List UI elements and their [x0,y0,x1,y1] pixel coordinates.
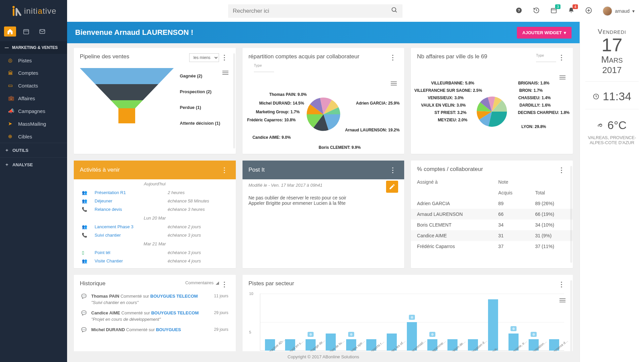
history-row[interactable]: 💬 Candice AIME Commenté sur BOUYGUES TEL… [74,308,236,324]
widget-villes: Nb affaires par ville ds le 69 Type ⋮ [411,48,573,154]
send-icon: ➤ [8,121,14,127]
svg-text:?: ? [518,8,520,12]
sidebar-item-cibles[interactable]: ⊕Cibles [0,130,67,143]
crosshair-icon: ⊕ [8,133,14,139]
history-row[interactable]: 💬 Thomas PAIN Commenté sur BOUYGUES TELE… [74,291,236,308]
home-icon[interactable] [4,26,16,37]
postit-text: Ne pas oublier de réserver le resto pour… [249,195,398,200]
svg-point-1 [392,8,396,12]
widget-menu-icon[interactable]: ⋮ [219,53,230,61]
brand-logo[interactable]: initiative [0,0,67,22]
pencil-icon [389,183,395,190]
widget-title: Nb affaires par ville ds le 69 [417,53,532,60]
history-row[interactable]: 💬 Michel DURAND Commenté sur BOUYGUES 29… [74,324,236,338]
meeting-icon: 👥 [82,198,89,203]
activity-row[interactable]: 📞Relance deviséchéance 3 heures [74,205,236,214]
activity-row[interactable]: 👥Visite Chantieréchéance 4 jours [74,257,236,268]
scrollbar[interactable] [570,166,572,263]
dashboard: Pipeline des ventes les miens ⋮ Gagnée (… [67,43,580,351]
history-icon[interactable] [533,7,540,15]
activity-row[interactable]: 👥Déjeuneréchéance 58 Minutes [74,197,236,205]
activity-row[interactable]: 👥Présentation R12 heures [74,188,236,197]
calendar-icon[interactable]: 3 [550,7,557,15]
temperature: 6°C [580,119,644,132]
activity-row[interactable]: ▯Point téléchéance 3 jours [74,248,236,257]
widget-menu-icon[interactable]: ⋮ [219,166,230,174]
search-box[interactable] [228,4,402,18]
search-icon[interactable] [391,7,398,15]
megaphone-icon: 📣 [8,108,14,114]
svg-marker-15 [80,68,174,84]
repartition-pie: Adrien GARCIA: 25.9% Arnaud LAURENSON: 1… [246,81,401,148]
sidebar-item-contacts[interactable]: ▭Contacts [0,79,67,92]
widget-title: répartition comptes acquis par collabora… [249,53,388,60]
widget-title: Pipeline des ventes [80,53,189,60]
clock-icon [593,93,599,100]
edit-button[interactable] [386,181,398,193]
user-menu[interactable]: arnaud ▾ [603,6,635,16]
mail-nav-icon[interactable] [36,26,48,37]
search-input[interactable] [233,8,391,14]
comments-filter[interactable]: Commentaires◢ [185,280,219,285]
topbar: initiative ? 3 4 arnaud ▾ [0,0,644,22]
sidebar-item-campagnes[interactable]: 📣Campagnes [0,105,67,117]
funnel-label: Prospection (2) [180,84,230,100]
funnel-chart [80,68,174,128]
sidebar-section-marketing[interactable]: —MARKETING & VENTES [0,41,67,54]
widget-historique: Historique Commentaires◢ ⋮ 💬 Thomas PAIN… [74,275,236,351]
mobile-icon: ▯ [82,250,89,255]
add-widget-button[interactable]: AJOUTER WIDGET▾ [517,27,572,39]
activity-row[interactable]: 📞Suivi chantieréchéance 3 jours [74,231,236,239]
chart-menu-icon[interactable] [222,71,228,75]
widget-menu-icon[interactable]: ⋮ [387,53,398,61]
table-row[interactable]: Boris CLEMENT3434 (10%) [411,220,573,230]
widget-menu-icon[interactable]: ⋮ [556,166,567,174]
table-row[interactable]: Frédéric Caparros3737 (11%) [411,241,573,252]
sidebar-item-comptes[interactable]: 🏛Comptes [0,67,67,79]
contact-icon: ▭ [8,82,14,88]
pipeline-selector[interactable]: les miens [189,53,219,62]
calendar-nav-icon[interactable] [20,26,32,37]
table-row[interactable]: Arnaud LAURENSON6666 (19%) [411,209,573,220]
sidebar-section-outils[interactable]: ＋OUTILS [0,143,67,157]
chevron-down-icon: ▾ [564,30,566,35]
table-row[interactable]: Candice AIME3131 (9%) [411,230,573,241]
plus-icon: ＋ [5,162,9,168]
chevron-down-icon: ▾ [632,8,635,14]
svg-marker-16 [95,84,158,100]
sidebar-item-affaires[interactable]: 💼Affaires [0,92,67,105]
scrollbar[interactable] [570,280,572,351]
table-row[interactable]: Adrien GARCIA8989 (26%) [411,198,573,209]
plus-icon: ＋ [5,147,9,153]
widget-postit: Post It ⋮ Modifié le - Ven. 17 Mar 2017 … [243,161,405,268]
activity-row[interactable]: 👥Lancement Phase 3échéance 2 jours [74,223,236,231]
sidebar-item-pistes[interactable]: ◎Pistes [0,54,67,67]
widget-title: Activités à venir [80,167,219,173]
scrollbar[interactable] [233,53,235,148]
widget-menu-icon[interactable]: ⋮ [387,166,398,174]
type-filter[interactable]: Type [536,53,556,62]
help-icon[interactable]: ? [516,7,522,15]
comment-icon: 💬 [81,294,87,305]
meeting-icon: 👥 [82,224,89,229]
widget-menu-icon[interactable]: ⋮ [556,53,567,61]
type-filter[interactable]: Type [254,63,274,72]
bell-badge: 4 [573,4,578,9]
meeting-icon: 👥 [82,258,89,263]
sidebar-item-massmailing[interactable]: ➤MassMailing [0,117,67,130]
widget-menu-icon[interactable]: ⋮ [556,280,567,288]
bell-icon[interactable]: 4 [568,7,575,15]
welcome-bar: Bienvenue Arnaud LAURENSON ! AJOUTER WID… [67,22,580,43]
widget-menu-icon[interactable]: ⋮ [219,280,230,288]
widget-title: Pistes par secteur [249,280,556,287]
sidebar: —MARKETING & VENTES ◎Pistes 🏛Comptes ▭Co… [0,22,67,362]
day-number: 17 [580,36,644,54]
add-icon[interactable] [585,7,592,15]
bar-chart: 10 5 0 ⊕⊕⊕⊕⊕⊕ Interactive 4D-…Conseil en… [249,294,566,351]
year: 2017 [580,65,644,75]
target-icon: ◎ [8,57,14,63]
briefcase-icon: 💼 [8,95,14,101]
funnel-label: Attente décision (1) [180,115,230,131]
sidebar-section-analyse[interactable]: ＋ANALYSE [0,157,67,172]
phone-icon: 📞 [82,207,89,212]
